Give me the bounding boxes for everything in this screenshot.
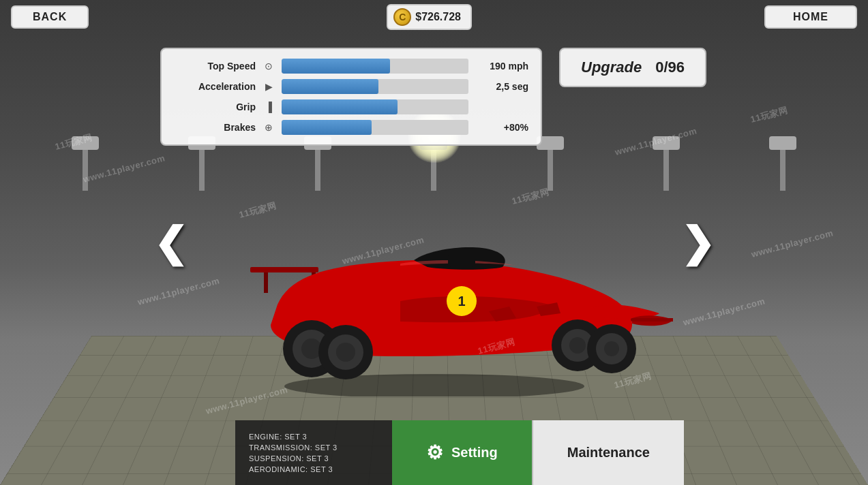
- coin-icon: C: [393, 8, 411, 26]
- stat-bar-grip: [282, 99, 398, 114]
- stat-row-acceleration: Acceleration ▶ 2,5 seg: [174, 79, 528, 94]
- currency-display: C $726.728: [387, 4, 472, 30]
- top-bar: BACK C $726.728 HOME: [0, 0, 868, 34]
- stat-bar-container-acceleration: [282, 79, 468, 94]
- car-settings-info: ENGINE: SET 3 TRANSMISSION: SET 3 SUSPEN…: [235, 420, 392, 485]
- transmission-setting: TRANSMISSION: SET 3: [249, 443, 378, 452]
- back-button[interactable]: BACK: [11, 5, 89, 29]
- upgrade-value: 0/96: [655, 59, 685, 76]
- air-intake: [448, 255, 475, 267]
- rear-right-hub: [336, 343, 355, 362]
- stats-panel: Top Speed ⊙ 190 mph Acceleration ▶ 2,5 s…: [160, 48, 542, 146]
- stat-value-brakes: +80%: [474, 122, 528, 133]
- stat-label-brakes: Brakes: [174, 122, 256, 133]
- stat-bar-brakes: [282, 120, 372, 135]
- nav-arrow-left[interactable]: ❮: [150, 219, 191, 266]
- car-shadow: [284, 374, 584, 396]
- front-right-hub: [604, 341, 619, 356]
- light-fixture: [72, 136, 99, 191]
- stat-value-acceleration: 2,5 seg: [474, 81, 528, 92]
- stat-label-grip: Grip: [174, 101, 256, 112]
- stat-bar-container-brakes: [282, 120, 468, 135]
- home-button[interactable]: HOME: [764, 5, 857, 29]
- stat-bar-container-topspeed: [282, 59, 468, 74]
- car-number: 1: [458, 294, 465, 309]
- maintenance-label: Maintenance: [567, 445, 650, 460]
- setting-button[interactable]: ⚙ Setting: [392, 420, 532, 485]
- stat-row-grip: Grip ▐: [174, 99, 528, 114]
- setting-label: Setting: [451, 445, 498, 460]
- front-wing-element: [631, 318, 673, 322]
- light-fixture: [769, 136, 796, 191]
- setting-icon: ⚙: [426, 441, 443, 464]
- maintenance-button[interactable]: Maintenance: [532, 420, 684, 485]
- bottom-bar: ENGINE: SET 3 TRANSMISSION: SET 3 SUSPEN…: [0, 420, 868, 485]
- front-left-hub: [569, 337, 586, 354]
- aerodinamic-setting: AERODINAMIC: SET 3: [249, 465, 378, 473]
- stat-label-acceleration: Acceleration: [174, 81, 256, 92]
- stat-bar-container-grip: [282, 99, 468, 114]
- rear-wing-post-left: [264, 272, 268, 293]
- car-area: 1: [196, 192, 673, 410]
- engine-setting: ENGINE: SET 3: [249, 433, 378, 441]
- stat-value-topspeed: 190 mph: [474, 61, 528, 72]
- stat-bar-topspeed: [282, 59, 390, 74]
- car-svg: 1: [196, 206, 673, 396]
- light-fixture: [653, 136, 680, 191]
- suspension-setting: SUSPENSION: SET 3: [249, 454, 378, 463]
- rear-wing-top: [250, 267, 318, 272]
- stat-row-brakes: Brakes ⊕ +80%: [174, 120, 528, 135]
- currency-value: $726.728: [415, 11, 461, 23]
- light-fixture: [537, 136, 564, 191]
- brakes-icon: ⊕: [261, 120, 276, 135]
- stat-label-topspeed: Top Speed: [174, 61, 256, 72]
- grip-icon: ▐: [261, 99, 276, 114]
- acceleration-icon: ▶: [261, 79, 276, 94]
- speed-icon: ⊙: [261, 59, 276, 74]
- upgrade-label: Upgrade: [581, 59, 642, 76]
- nav-arrow-right[interactable]: ❯: [677, 219, 718, 266]
- stat-bar-acceleration: [282, 79, 378, 94]
- upgrade-panel: Upgrade 0/96: [559, 48, 706, 87]
- stat-row-topspeed: Top Speed ⊙ 190 mph: [174, 59, 528, 74]
